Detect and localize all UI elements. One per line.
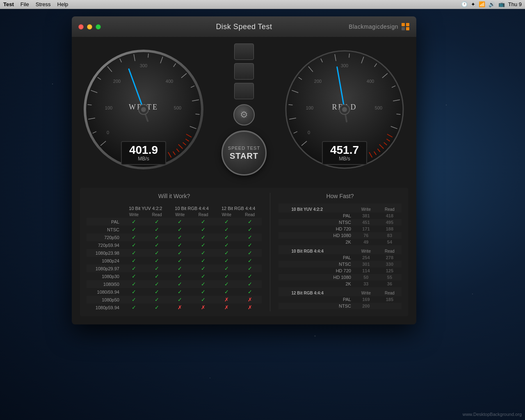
- check-cell: ✓: [145, 226, 169, 233]
- check-cell: ✓: [145, 280, 169, 288]
- check-cell: ✓: [238, 265, 262, 272]
- read-value-cell: 495: [378, 219, 402, 226]
- read-header-cell: Read: [378, 287, 402, 296]
- check-cell: ✓: [238, 218, 262, 226]
- format-cell: 1080i59.94: [87, 288, 123, 296]
- format-cell: 720p50: [87, 233, 123, 241]
- menu-file[interactable]: File: [21, 1, 29, 7]
- format-cell: 1080p29.97: [87, 265, 123, 272]
- read-gauge: 0 100 200 300 400 500 READ: [281, 46, 408, 177]
- svg-text:100: 100: [306, 105, 313, 110]
- section-header-row: 10 Bit RGB 4:4:4 Write Read: [278, 245, 402, 254]
- menu-test[interactable]: Test: [3, 1, 14, 7]
- format-btn-1[interactable]: [234, 43, 254, 60]
- list-item: HD 1080 50 55: [278, 274, 402, 281]
- svg-line-58: [397, 114, 401, 114]
- close-button[interactable]: [78, 24, 84, 30]
- svg-text:100: 100: [105, 105, 112, 110]
- table-row: 1080p24✓✓✓✓✓✓: [87, 257, 262, 265]
- check-cell: ✓: [123, 296, 145, 304]
- write-header-cell: Write: [354, 245, 378, 254]
- read-value: 451.7: [329, 144, 360, 156]
- section-title-cell: 10 Bit YUV 4:2:2: [290, 203, 354, 212]
- svg-line-52: [349, 54, 349, 58]
- read-col-2: Read: [192, 212, 215, 218]
- write-col-1: Write: [123, 212, 145, 218]
- write-value-cell: 50: [354, 274, 378, 281]
- will-it-work-title: Will it Work?: [87, 193, 262, 199]
- svg-text:200: 200: [314, 79, 322, 84]
- format-cell: [278, 274, 290, 281]
- menu-help[interactable]: Help: [57, 1, 68, 7]
- svg-text:300: 300: [341, 63, 348, 68]
- format-cell: 720p59.94: [87, 241, 123, 249]
- list-item: NTSC 200: [278, 303, 402, 309]
- format-name-cell: NTSC: [290, 303, 354, 309]
- will-it-work-table: 10 Bit YUV 4:2:2 10 Bit RGB 4:4:4 12 Bit…: [87, 203, 262, 311]
- check-cell: ✓: [169, 288, 192, 296]
- read-value-cell: [378, 303, 402, 309]
- read-value-cell: 330: [378, 261, 402, 267]
- check-cell: ✓: [192, 280, 215, 288]
- svg-text:300: 300: [140, 63, 147, 68]
- rgb12-header: 12 Bit RGB 4:4:4: [215, 203, 262, 212]
- format-btn-3[interactable]: [234, 83, 254, 99]
- svg-text:0: 0: [107, 130, 109, 135]
- check-cell: ✓: [123, 241, 145, 249]
- check-cell: ✓: [215, 218, 238, 226]
- check-cell: ✓: [145, 272, 169, 280]
- will-it-work-section: Will it Work? 10 Bit YUV 4:2:2 10 Bit RG…: [87, 193, 270, 311]
- settings-button[interactable]: ⚙: [233, 104, 255, 126]
- speed-test-start-button[interactable]: SPEED TEST START: [221, 130, 267, 176]
- title-bar: Disk Speed Test Blackmagicdesign: [72, 16, 416, 37]
- write-value-cell: 114: [354, 267, 378, 274]
- check-cell: ✓: [123, 257, 145, 265]
- check-cell: ✓: [145, 241, 169, 249]
- how-fast-title: How Fast?: [278, 193, 402, 199]
- start-label-main: START: [230, 151, 258, 161]
- check-cell: ✓: [192, 233, 215, 241]
- menu-stress[interactable]: Stress: [36, 1, 51, 7]
- check-cell: ✓: [215, 272, 238, 280]
- format-cell: 1080p24: [87, 257, 123, 265]
- format-name-cell: PAL: [290, 296, 354, 303]
- check-cell: ✗: [169, 304, 192, 311]
- check-cell: ✓: [238, 249, 262, 257]
- format-name-cell: 2K: [290, 281, 354, 287]
- format-cell: [278, 212, 290, 219]
- check-cell: ✓: [238, 257, 262, 265]
- clock-time: Thu 9: [508, 1, 522, 7]
- menu-items: Test File Stress Help: [3, 1, 68, 7]
- format-header: [87, 203, 123, 218]
- read-value-cell: 188: [378, 226, 402, 232]
- format-cell: [278, 267, 290, 274]
- format-name-cell: 2K: [290, 239, 354, 245]
- check-cell: ✓: [192, 249, 215, 257]
- table-row: 720p59.94✓✓✓✓✓✓: [87, 241, 262, 249]
- format-cell: [278, 232, 290, 239]
- check-cell: ✓: [215, 226, 238, 233]
- minimize-button[interactable]: [87, 24, 92, 30]
- format-cell: [278, 296, 290, 303]
- maximize-button[interactable]: [96, 24, 101, 30]
- write-value-box: 401.9 MB/s: [121, 141, 166, 165]
- format-cell: [278, 239, 290, 245]
- svg-text:500: 500: [174, 105, 181, 110]
- check-cell: ✓: [145, 304, 169, 311]
- format-cell: 1080i50: [87, 280, 123, 288]
- format-cell: [278, 219, 290, 226]
- check-cell: ✓: [123, 218, 145, 226]
- check-cell: ✗: [215, 296, 238, 304]
- format-btn-2[interactable]: [234, 63, 254, 80]
- wifi-icon: 📶: [479, 1, 485, 7]
- check-cell: ✓: [145, 249, 169, 257]
- table-row: 1080i59.94✓✓✓✓✓✓: [87, 288, 262, 296]
- format-name-cell: HD 720: [290, 267, 354, 274]
- window-title: Disk Speed Test: [216, 23, 272, 31]
- table-row: 1080p23.98✓✓✓✓✓✓: [87, 249, 262, 257]
- check-cell: ✓: [169, 265, 192, 272]
- section-title-cell: 12 Bit RGB 4:4:4: [290, 287, 354, 296]
- list-item: PAL 169 185: [278, 296, 402, 303]
- menu-bar: Test File Stress Help 🕐 ✦ 📶 🔊 📺 Thu 9: [0, 0, 525, 9]
- window-controls: [78, 24, 101, 30]
